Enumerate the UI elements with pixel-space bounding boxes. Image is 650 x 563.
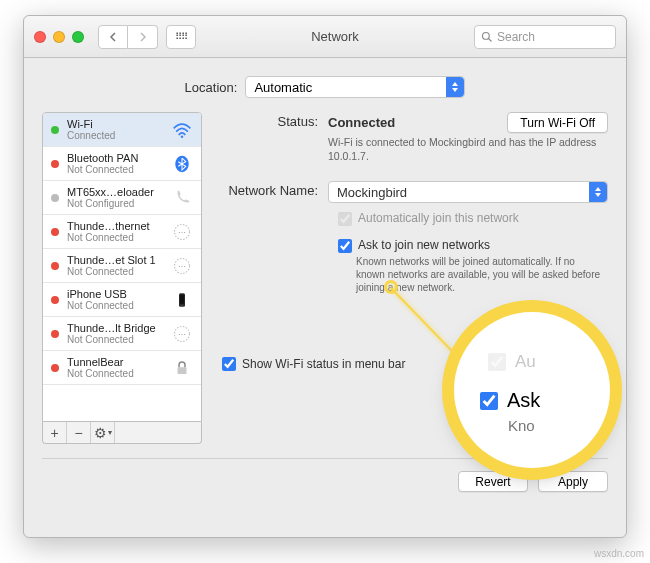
location-row: Location: Automatic — [24, 58, 626, 112]
callout-ask-text: Ask — [507, 389, 540, 412]
sidebar-item-name: iPhone USB — [67, 288, 163, 300]
bluetooth-icon — [171, 154, 193, 174]
status-dot-icon — [51, 228, 59, 236]
lock-icon — [171, 358, 193, 378]
titlebar: ⠿⠿ Network Search — [24, 16, 626, 58]
sidebar-item-thunde-lt-bridge[interactable]: Thunde…lt BridgeNot Connected⋯ — [43, 317, 201, 351]
forward-button[interactable] — [128, 25, 158, 49]
network-name-value: Mockingbird — [337, 185, 407, 200]
thunder-icon: ⋯ — [171, 324, 193, 344]
sidebar-wrap: Wi-FiConnectedBluetooth PANNot Connected… — [42, 112, 202, 444]
status-value: Connected — [328, 115, 395, 130]
svg-line-1 — [489, 38, 492, 41]
sidebar-item-name: MT65xx…eloader — [67, 186, 163, 198]
network-sidebar: Wi-FiConnectedBluetooth PANNot Connected… — [42, 112, 202, 422]
chevron-right-icon — [139, 32, 147, 42]
callout-known-text: Kno — [482, 417, 535, 434]
network-actions-button[interactable]: ⚙︎▾ — [91, 422, 115, 443]
svg-rect-13 — [178, 367, 187, 374]
turn-wifi-off-button[interactable]: Turn Wi-Fi Off — [507, 112, 608, 133]
sidebar-item-iphone-usb[interactable]: iPhone USBNot Connected — [43, 283, 201, 317]
apply-button[interactable]: Apply — [538, 471, 608, 492]
select-stepper-icon — [589, 182, 607, 202]
sidebar-item-text: iPhone USBNot Connected — [67, 288, 163, 311]
sidebar-item-sub: Not Configured — [67, 198, 163, 209]
minimize-icon[interactable] — [53, 31, 65, 43]
sidebar-item-sub: Not Connected — [67, 300, 163, 311]
search-icon — [481, 31, 493, 43]
location-label: Location: — [185, 80, 238, 95]
svg-point-10 — [181, 304, 182, 305]
sidebar-item-sub: Not Connected — [67, 164, 163, 175]
thunder-icon: ⋯ — [171, 222, 193, 242]
status-row: Status: Connected Turn Wi-Fi Off Wi-Fi i… — [218, 112, 608, 163]
svg-rect-9 — [180, 294, 185, 303]
callout-ask-row: Ask — [454, 389, 540, 412]
wifi-icon — [171, 120, 193, 140]
search-input[interactable]: Search — [474, 25, 616, 49]
revert-button[interactable]: Revert — [458, 471, 528, 492]
sidebar-item-text: MT65xx…eloaderNot Configured — [67, 186, 163, 209]
phone-icon — [171, 188, 193, 208]
nav-buttons — [98, 25, 158, 49]
location-select[interactable]: Automatic — [245, 76, 465, 98]
status-dot-icon — [51, 262, 59, 270]
close-icon[interactable] — [34, 31, 46, 43]
show-all-button[interactable]: ⠿⠿ — [166, 25, 196, 49]
sidebar-item-thunde-thernet[interactable]: Thunde…thernetNot Connected⋯ — [43, 215, 201, 249]
sidebar-toolbar: + − ⚙︎▾ — [42, 422, 202, 444]
add-network-button[interactable]: + — [43, 422, 67, 443]
window-controls — [34, 31, 84, 43]
callout-auto-checkbox — [488, 353, 506, 371]
ask-join-checkbox[interactable] — [338, 239, 352, 253]
sidebar-item-tunnelbear[interactable]: TunnelBearNot Connected — [43, 351, 201, 385]
network-name-label: Network Name: — [218, 181, 328, 198]
chevron-down-icon: ▾ — [108, 428, 112, 437]
sidebar-item-sub: Not Connected — [67, 334, 163, 345]
status-value-wrap: Connected Turn Wi-Fi Off Wi-Fi is connec… — [328, 112, 608, 163]
sidebar-item-sub: Not Connected — [67, 266, 163, 277]
sidebar-item-sub: Connected — [67, 130, 163, 141]
sidebar-item-bluetooth-pan[interactable]: Bluetooth PANNot Connected — [43, 147, 201, 181]
sidebar-item-sub: Not Connected — [67, 368, 163, 379]
back-button[interactable] — [98, 25, 128, 49]
zoom-callout: Au Ask Kno — [454, 312, 610, 468]
status-description: Wi-Fi is connected to Mockingbird and ha… — [328, 135, 608, 163]
status-label: Status: — [218, 112, 328, 129]
svg-text:⋯: ⋯ — [178, 330, 186, 339]
sidebar-item-text: Wi-FiConnected — [67, 118, 163, 141]
show-menu-bar-checkbox[interactable] — [222, 357, 236, 371]
remove-network-button[interactable]: − — [67, 422, 91, 443]
status-dot-icon — [51, 364, 59, 372]
sidebar-item-text: TunnelBearNot Connected — [67, 356, 163, 379]
select-stepper-icon — [446, 77, 464, 97]
window-title: Network — [204, 29, 466, 44]
sidebar-item-name: TunnelBear — [67, 356, 163, 368]
status-dot-icon — [51, 194, 59, 202]
sidebar-item-sub: Not Connected — [67, 232, 163, 243]
location-value: Automatic — [254, 80, 312, 95]
chevron-left-icon — [109, 32, 117, 42]
search-placeholder: Search — [497, 30, 535, 44]
auto-join-checkbox[interactable] — [338, 212, 352, 226]
status-dot-icon — [51, 296, 59, 304]
sidebar-item-mt65xx-eloader[interactable]: MT65xx…eloaderNot Configured — [43, 181, 201, 215]
svg-text:⋯: ⋯ — [178, 262, 186, 271]
zoom-icon[interactable] — [72, 31, 84, 43]
network-name-row: Network Name: Mockingbird — [218, 181, 608, 203]
sidebar-item-wi-fi[interactable]: Wi-FiConnected — [43, 113, 201, 147]
grid-icon: ⠿⠿ — [175, 34, 187, 40]
sidebar-item-text: Bluetooth PANNot Connected — [67, 152, 163, 175]
sidebar-item-name: Thunde…et Slot 1 — [67, 254, 163, 266]
callout-anchor — [384, 280, 398, 294]
watermark: wsxdn.com — [594, 548, 644, 559]
svg-point-0 — [483, 32, 490, 39]
status-dot-icon — [51, 330, 59, 338]
sidebar-item-name: Thunde…lt Bridge — [67, 322, 163, 334]
callout-ask-checkbox — [480, 392, 498, 410]
thunder-icon: ⋯ — [171, 256, 193, 276]
ask-join-row: Ask to join new networks — [338, 238, 608, 253]
network-name-select[interactable]: Mockingbird — [328, 181, 608, 203]
sidebar-item-thunde-et-slot-1[interactable]: Thunde…et Slot 1Not Connected⋯ — [43, 249, 201, 283]
callout-auto-row: Au — [454, 352, 536, 372]
